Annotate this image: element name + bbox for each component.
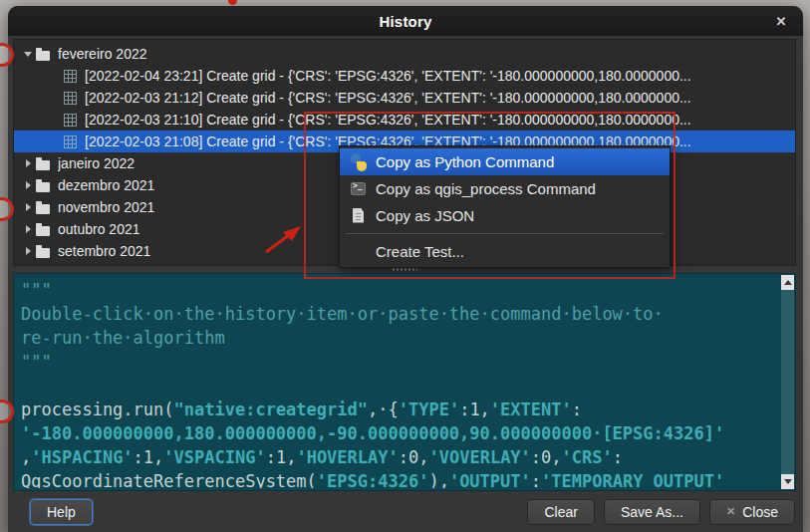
code-segment: : xyxy=(531,471,541,488)
code-segment: 'TYPE' xyxy=(399,399,459,419)
code-segment: , xyxy=(21,447,31,467)
code-segment: : xyxy=(572,399,582,419)
close-button-x-icon: ✕ xyxy=(726,505,735,518)
menu-item-create-test[interactable]: Create Test... xyxy=(340,238,670,265)
folder-icon xyxy=(36,248,50,258)
tree-row-label: novembro 2021 xyxy=(58,199,154,215)
history-group-row[interactable]: fevereiro 2022 xyxy=(14,43,795,65)
code-line: """ xyxy=(21,278,779,302)
tree-row-label: [2022-02-04 23:21] Create grid - {'CRS':… xyxy=(85,68,691,84)
json-icon xyxy=(350,207,368,225)
code-line: ,'HSPACING':1,'VSPACING':1,'HOVERLAY':0,… xyxy=(21,445,779,469)
dialog-title: History xyxy=(379,13,431,30)
window-close-icon[interactable]: ✕ xyxy=(771,11,791,31)
folder-icon xyxy=(36,204,50,214)
tree-row-label: fevereiro 2022 xyxy=(58,46,147,62)
code-segment: """ xyxy=(21,352,52,372)
command-preview-editor[interactable]: """Double-click·on·the·history·item·or·p… xyxy=(13,273,796,491)
help-button-label: Help xyxy=(47,504,76,520)
code-segment: ), xyxy=(428,471,448,488)
tree-row-label: setembro 2021 xyxy=(58,243,150,259)
menu-item-label: Copy as qgis_process Command xyxy=(376,180,596,197)
code-segment: :1, xyxy=(459,399,490,419)
code-line: """ xyxy=(21,350,779,374)
expander-closed-icon[interactable] xyxy=(20,181,36,189)
tree-row-label: dezembro 2021 xyxy=(58,177,154,193)
action-buttons: Clear Save As... ✕ Close xyxy=(527,499,795,525)
menu-item-copy-as-qgis-process-command[interactable]: Copy as qgis_process Command xyxy=(340,175,670,202)
code-segment: 'HOVERLAY' xyxy=(296,447,398,467)
expander-closed-icon[interactable] xyxy=(20,159,36,167)
code-segment: :1, xyxy=(134,447,164,467)
code-segment: :0, xyxy=(531,447,562,467)
code-segment: "native:creategrid" xyxy=(174,399,368,419)
expander-closed-icon[interactable] xyxy=(20,247,36,255)
history-entry-row[interactable]: [2022-02-04 23:21] Create grid - {'CRS':… xyxy=(14,65,795,87)
create-grid-algorithm-icon xyxy=(64,135,77,148)
code-segment: 'OUTPUT' xyxy=(449,471,531,488)
menu-separator xyxy=(346,233,664,234)
tree-row-label: janeiro 2022 xyxy=(58,155,135,171)
expander-open-icon[interactable] xyxy=(20,52,36,57)
expander-closed-icon[interactable] xyxy=(20,203,36,211)
expander-closed-icon[interactable] xyxy=(20,225,36,233)
code-segment: 'TEMPORARY_OUTPUT' xyxy=(541,471,724,488)
editor-scrollbar[interactable] xyxy=(781,275,794,489)
python-code[interactable]: """Double-click·on·the·history·item·or·p… xyxy=(21,278,779,488)
help-button[interactable]: Help xyxy=(30,499,93,525)
code-line: QgsCoordinateReferenceSystem('EPSG:4326'… xyxy=(21,469,779,488)
code-segment: re-run·the·algorithm xyxy=(21,328,225,348)
code-line xyxy=(21,374,779,398)
close-button[interactable]: ✕ Close xyxy=(709,499,795,525)
code-segment: ,·{ xyxy=(368,399,399,419)
code-segment: """ xyxy=(21,280,52,300)
code-segment: 'HSPACING' xyxy=(31,447,133,467)
code-segment: : xyxy=(613,447,623,467)
python-icon xyxy=(350,153,368,171)
annotation-dot xyxy=(228,0,237,5)
code-segment: '-180.000000000,180.000000000,-90.000000… xyxy=(21,423,724,443)
code-segment: processing.run( xyxy=(21,399,174,419)
code-segment: 'VSPACING' xyxy=(163,447,265,467)
code-segment: :0, xyxy=(399,447,429,467)
clear-button[interactable]: Clear xyxy=(527,499,594,525)
menu-item-label: Copy as Python Command xyxy=(376,153,554,170)
code-segment: QgsCoordinateReferenceSystem( xyxy=(21,471,317,488)
button-bar: Help Clear Save As... ✕ Close xyxy=(8,491,803,532)
code-line: processing.run("native:creategrid",·{'TY… xyxy=(21,398,779,421)
folder-icon xyxy=(36,51,50,61)
scroll-down-icon[interactable] xyxy=(781,474,794,489)
history-dialog: History ✕ fevereiro 2022[2022-02-04 23:2… xyxy=(8,6,803,532)
menu-item-label: Copy as JSON xyxy=(376,207,474,224)
clear-button-label: Clear xyxy=(544,504,577,520)
save-as-button-label: Save As... xyxy=(621,504,683,520)
terminal-icon xyxy=(350,180,368,198)
create-grid-algorithm-icon xyxy=(64,114,77,127)
tree-row-label: outubro 2021 xyxy=(58,221,140,237)
folder-icon xyxy=(36,160,50,170)
code-segment: 'VOVERLAY' xyxy=(428,447,530,467)
tree-row-label: [2022-02-03 21:12] Create grid - {'CRS':… xyxy=(85,90,691,106)
save-as-button[interactable]: Save As... xyxy=(604,499,700,525)
code-line: Double-click·on·the·history·item·or·past… xyxy=(21,302,779,326)
titlebar[interactable]: History ✕ xyxy=(8,6,803,36)
code-segment: 'EXTENT' xyxy=(490,399,572,419)
splitter-dots-icon xyxy=(392,268,417,271)
create-grid-algorithm-icon xyxy=(64,70,77,83)
folder-icon xyxy=(36,182,50,192)
create-grid-algorithm-icon xyxy=(64,92,77,105)
folder-icon xyxy=(36,226,50,236)
code-segment: Double-click·on·the·history·item·or·past… xyxy=(21,304,664,324)
code-segment: 'EPSG:4326' xyxy=(317,471,429,488)
menu-item-copy-as-python-command[interactable]: Copy as Python Command xyxy=(340,148,670,175)
menu-item-label: Create Test... xyxy=(376,243,464,260)
context-menu: Copy as Python CommandCopy as qgis_proce… xyxy=(339,145,671,268)
code-segment: 'CRS' xyxy=(562,447,613,467)
history-entry-row[interactable]: [2022-02-03 21:10] Create grid - {'CRS':… xyxy=(14,109,795,131)
code-segment: :1, xyxy=(266,447,297,467)
tree-row-label: [2022-02-03 21:10] Create grid - {'CRS':… xyxy=(85,112,691,128)
menu-icon-spacer xyxy=(350,243,368,261)
scroll-up-icon[interactable] xyxy=(781,275,794,290)
history-entry-row[interactable]: [2022-02-03 21:12] Create grid - {'CRS':… xyxy=(14,87,795,109)
menu-item-copy-as-json[interactable]: Copy as JSON xyxy=(340,202,670,229)
